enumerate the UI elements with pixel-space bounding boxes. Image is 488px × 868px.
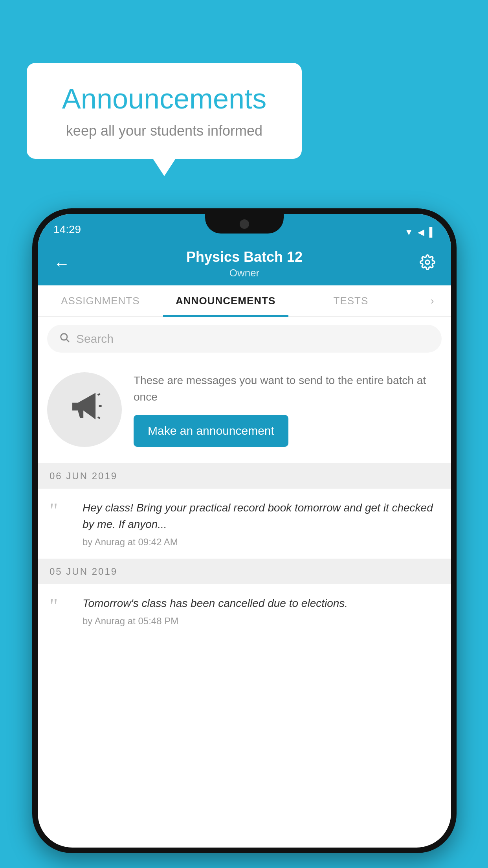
date-separator-1: 06 JUN 2019 [38, 463, 451, 489]
announcement-meta-1: by Anurag at 09:42 AM [83, 537, 439, 548]
notch [205, 214, 284, 234]
phone-frame: 14:29 ▼ ◀ ▌ ← Physics Batch 12 Owner [32, 208, 457, 853]
content-area: Search These are messages you wan [38, 317, 451, 638]
megaphone-circle [47, 372, 122, 447]
announcement-text-2: Tomorrow's class has been cancelled due … [83, 595, 439, 612]
speech-bubble: Announcements keep all your students inf… [27, 63, 302, 159]
bubble-title: Announcements [50, 83, 278, 115]
phone-inner: 14:29 ▼ ◀ ▌ ← Physics Batch 12 Owner [38, 214, 451, 848]
svg-point-0 [426, 260, 429, 264]
announcement-content-2: Tomorrow's class has been cancelled due … [83, 595, 439, 627]
tab-tests[interactable]: TESTS [288, 285, 414, 316]
app-header: ← Physics Batch 12 Owner [38, 242, 451, 285]
status-time: 14:29 [53, 223, 81, 237]
search-bar[interactable]: Search [47, 325, 442, 353]
make-announcement-button[interactable]: Make an announcement [134, 415, 288, 447]
announcement-meta-2: by Anurag at 05:48 PM [83, 616, 439, 627]
status-icons: ▼ ◀ ▌ [405, 227, 435, 237]
header-subtitle: Owner [77, 267, 412, 279]
tab-announcements[interactable]: ANNOUNCEMENTS [163, 285, 288, 316]
header-center: Physics Batch 12 Owner [77, 249, 412, 279]
wifi-icon: ▼ [405, 227, 413, 237]
announcement-content-1: Hey class! Bring your practical record b… [83, 500, 439, 548]
battery-icon: ▌ [429, 227, 435, 237]
notch-camera [240, 219, 249, 229]
announcement-text-1: Hey class! Bring your practical record b… [83, 500, 439, 533]
svg-line-2 [66, 339, 69, 342]
announcement-item-1: " Hey class! Bring your practical record… [38, 489, 451, 559]
signal-icon: ◀ [418, 227, 424, 237]
promo-right: These are messages you want to send to t… [134, 372, 442, 447]
svg-line-5 [98, 417, 100, 418]
megaphone-icon [67, 388, 102, 431]
tabs-bar: ASSIGNMENTS ANNOUNCEMENTS TESTS › [38, 285, 451, 317]
header-title: Physics Batch 12 [77, 249, 412, 265]
bubble-subtitle: keep all your students informed [50, 123, 278, 139]
svg-line-3 [98, 394, 100, 395]
back-button[interactable]: ← [53, 254, 77, 273]
quote-icon-1: " [50, 504, 73, 518]
search-placeholder: Search [76, 332, 114, 346]
search-icon [59, 332, 70, 346]
announcement-item-2: " Tomorrow's class has been cancelled du… [38, 584, 451, 638]
tab-more[interactable]: › [413, 285, 451, 316]
svg-point-1 [61, 334, 67, 340]
gear-button[interactable] [412, 254, 435, 274]
quote-icon-2: " [50, 599, 73, 613]
date-separator-2: 05 JUN 2019 [38, 559, 451, 584]
promo-description: These are messages you want to send to t… [134, 372, 442, 405]
promo-section: These are messages you want to send to t… [38, 360, 451, 463]
tab-assignments[interactable]: ASSIGNMENTS [38, 285, 163, 316]
